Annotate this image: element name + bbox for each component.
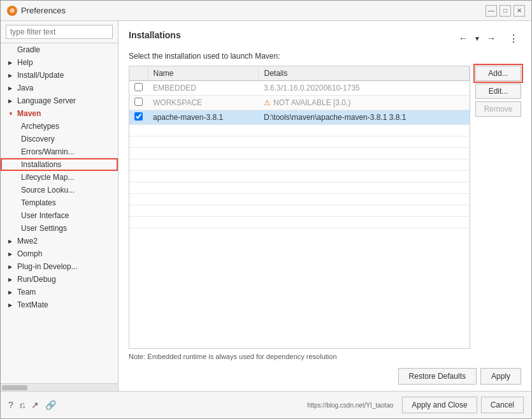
scrollbar-thumb <box>2 385 27 390</box>
table-row[interactable]: WORKSPACE ⚠NOT AVAILABLE [3.0,) <box>129 96 470 110</box>
table-row[interactable]: apache-maven-3.8.1 D:\tools\maven\apache… <box>129 110 470 125</box>
sidebar-item-mwe2[interactable]: ▶ Mwe2 <box>1 235 118 247</box>
sidebar-item-label: Mwe2 <box>17 237 38 246</box>
installations-table-container: Name Details EMBEDDED <box>129 66 470 349</box>
bottom-buttons: Restore Defaults Apply <box>129 368 521 385</box>
row-checkbox[interactable] <box>129 110 148 125</box>
filter-input[interactable] <box>6 25 113 39</box>
sidebar-item-maven[interactable]: ▼ Maven <box>1 107 118 120</box>
sidebar-item-label: Maven <box>17 109 41 118</box>
footer-link: https://blog.csdn.net/YI_taotao <box>307 402 393 409</box>
sidebar-item-gradle[interactable]: Gradle <box>1 43 118 56</box>
add-button[interactable]: Add... <box>475 66 521 81</box>
sidebar-item-label: Plug-in Develop... <box>17 262 78 271</box>
installations-table: Name Details EMBEDDED <box>129 66 470 228</box>
sidebar-item-help[interactable]: ▶ Help <box>1 56 118 69</box>
preferences-window: ⚙ Preferences — □ ✕ Gradle ▶ <box>0 0 532 419</box>
filter-box <box>1 21 118 43</box>
col-details: Details <box>259 66 470 81</box>
row-checkbox[interactable] <box>129 81 148 96</box>
sidebar-scrollbar-h[interactable] <box>1 383 118 391</box>
export-icon[interactable]: ↗ <box>31 400 39 410</box>
apply-close-button[interactable]: Apply and Close <box>402 397 477 413</box>
row-checkbox[interactable] <box>129 96 148 110</box>
nav-back-button[interactable]: ← <box>456 32 470 45</box>
arrow-icon: ▶ <box>8 302 15 308</box>
arrow-icon: ▶ <box>8 98 15 104</box>
sidebar-item-oomph[interactable]: ▶ Oomph <box>1 247 118 260</box>
table-row <box>129 171 470 182</box>
edit-button[interactable]: Edit... <box>475 84 521 99</box>
sidebar-item-user-settings[interactable]: User Settings <box>1 222 118 235</box>
sidebar-item-errors-warnings[interactable]: Errors/Warnin... <box>1 145 118 158</box>
sidebar-item-lifecycle-map[interactable]: Lifecycle Map... <box>1 171 118 184</box>
nav-dropdown-button[interactable]: ▼ <box>473 34 482 43</box>
restore-defaults-button[interactable]: Restore Defaults <box>398 368 477 385</box>
sidebar-item-label: Lifecycle Map... <box>21 173 74 182</box>
sidebar-item-label: Installations <box>21 160 61 169</box>
sidebar-item-label: Team <box>17 288 36 297</box>
apache-maven-checkbox[interactable] <box>134 112 143 121</box>
sidebar-item-label: User Settings <box>21 224 67 233</box>
row-details: ⚠NOT AVAILABLE [3.0,) <box>259 96 470 110</box>
title-bar-left: ⚙ Preferences <box>7 6 66 16</box>
sidebar-item-language-server[interactable]: ▶ Language Server <box>1 94 118 107</box>
sidebar-item-installations[interactable]: Installations <box>1 158 118 171</box>
arrow-icon: ▶ <box>8 239 15 244</box>
minimize-button[interactable]: — <box>485 5 497 17</box>
row-details: 3.6.3/1.16.0.20200610-1735 <box>259 81 470 96</box>
row-name: WORKSPACE <box>148 96 259 110</box>
sidebar-item-discovery[interactable]: Discovery <box>1 133 118 145</box>
restore-icon[interactable]: ⎌ <box>20 400 25 410</box>
sidebar-item-label: Java <box>17 84 33 92</box>
window-controls: — □ ✕ <box>485 5 525 17</box>
sidebar-item-archetypes[interactable]: Archetypes <box>1 120 118 133</box>
table-row <box>129 182 470 194</box>
sidebar-item-run-debug[interactable]: ▶ Run/Debug <box>1 273 118 286</box>
footer-right: https://blog.csdn.net/YI_taotao Apply an… <box>307 397 524 413</box>
link-icon[interactable]: 🔗 <box>45 400 56 410</box>
title-bar: ⚙ Preferences — □ ✕ <box>1 1 531 21</box>
sidebar-item-textmate[interactable]: ▶ TextMate <box>1 298 118 311</box>
close-button[interactable]: ✕ <box>514 5 525 17</box>
table-scroll[interactable]: Name Details EMBEDDED <box>129 66 470 348</box>
arrow-icon: ▶ <box>8 85 15 91</box>
table-row <box>129 205 470 217</box>
sidebar-item-team[interactable]: ▶ Team <box>1 286 118 298</box>
sidebar-item-user-interface[interactable]: User Interface <box>1 209 118 222</box>
arrow-icon: ▶ <box>8 277 15 283</box>
help-icon[interactable]: ? <box>8 400 13 410</box>
col-name: Name <box>148 66 259 81</box>
sidebar-item-label: Oomph <box>17 249 42 258</box>
table-row <box>129 194 470 205</box>
arrow-icon: ▶ <box>8 60 15 66</box>
sidebar-item-source-lookup[interactable]: Source Looku... <box>1 184 118 196</box>
maximize-button[interactable]: □ <box>500 5 511 17</box>
table-row <box>129 159 470 171</box>
table-row[interactable]: EMBEDDED 3.6.3/1.16.0.20200610-1735 <box>129 81 470 96</box>
app-icon: ⚙ <box>7 6 17 16</box>
remove-button[interactable]: Remove <box>475 101 521 117</box>
sidebar-item-label: Discovery <box>21 135 55 143</box>
note-text: Note: Embedded runtime is always used fo… <box>129 353 521 360</box>
cancel-button[interactable]: Cancel <box>481 397 524 413</box>
window-title: Preferences <box>21 6 66 15</box>
menu-button[interactable]: ⋮ <box>506 31 521 46</box>
table-row <box>129 136 470 148</box>
row-name: apache-maven-3.8.1 <box>148 110 259 125</box>
embedded-checkbox[interactable] <box>134 83 143 91</box>
sidebar-item-label: User Interface <box>21 211 69 220</box>
sidebar-item-label: Run/Debug <box>17 275 56 284</box>
sidebar-item-templates[interactable]: Templates <box>1 196 118 209</box>
workspace-checkbox[interactable] <box>134 98 143 106</box>
sidebar-item-plug-in-develop[interactable]: ▶ Plug-in Develop... <box>1 260 118 273</box>
apply-button[interactable]: Apply <box>480 368 521 385</box>
sidebar-item-label: Install/Update <box>17 71 64 80</box>
content-subtitle: Select the installation used to launch M… <box>129 52 521 61</box>
nav-forward-button[interactable]: → <box>484 32 498 45</box>
sidebar-item-install-update[interactable]: ▶ Install/Update <box>1 69 118 82</box>
sidebar: Gradle ▶ Help ▶ Install/Update ▶ Java <box>1 21 119 391</box>
col-check <box>129 66 148 81</box>
sidebar-item-java[interactable]: ▶ Java <box>1 82 118 94</box>
sidebar-item-label: Source Looku... <box>21 186 75 195</box>
